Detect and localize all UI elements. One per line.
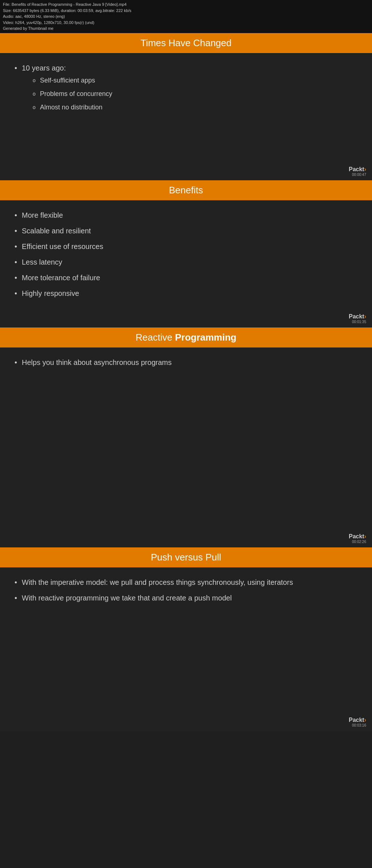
slide-benefits: Benefits More flexible Scalable and resi…: [0, 180, 372, 327]
bullet-text: More flexible: [22, 211, 63, 219]
file-info-line1: File: Benefits of Reactive Programming -…: [3, 1, 369, 8]
bullet-text: Scalable and resilient: [22, 227, 91, 235]
slide1-sub-list: Self-sufficient apps Problems of concurr…: [33, 77, 357, 111]
slide2-bullet-list: More flexible Scalable and resilient Eff…: [15, 211, 357, 298]
list-item: Helps you think about asynchronous progr…: [15, 358, 357, 367]
file-info-line2: Size: 6635437 bytes (6.33 MiB), duration…: [3, 8, 369, 14]
bullet-text: Less latency: [22, 258, 62, 266]
file-info-line3: Audio: aac, 48000 Hz, stereo (eng): [3, 13, 369, 20]
bullet-text: With the imperative model: we pull and p…: [22, 578, 293, 586]
bullet-text: Helps you think about asynchronous progr…: [22, 358, 171, 366]
bullet-text: Efficient use of resources: [22, 242, 103, 250]
timestamp-2: 00:01:35: [349, 320, 366, 324]
list-item: Almost no distribution: [33, 104, 357, 111]
sub-bullet-text: Problems of concurrency: [40, 90, 112, 97]
list-item: Problems of concurrency: [33, 90, 357, 98]
slide1-content: 10 years ago: Self-sufficient apps Probl…: [0, 53, 372, 180]
list-item: 10 years ago: Self-sufficient apps Probl…: [15, 64, 357, 111]
list-item: With the imperative model: we pull and p…: [15, 578, 357, 587]
slide3-content: Helps you think about asynchronous progr…: [0, 347, 372, 547]
timestamp-4: 00:03:16: [349, 723, 366, 727]
packt-label: Packt›: [349, 717, 366, 723]
slide4-content: With the imperative model: we pull and p…: [0, 567, 372, 731]
file-info: File: Benefits of Reactive Programming -…: [0, 0, 372, 33]
slide1-header: Times Have Changed: [0, 33, 372, 53]
slide2-title: Benefits: [169, 185, 203, 196]
packt-logo-1: Packt› 00:00:47: [349, 166, 366, 177]
slide2-header: Benefits: [0, 180, 372, 200]
slide4-header: Push versus Pull: [0, 547, 372, 567]
packt-logo-4: Packt› 00:03:16: [349, 717, 366, 727]
bullet-text: Highly responsive: [22, 289, 79, 297]
slide-push-versus-pull: Push versus Pull With the imperative mod…: [0, 547, 372, 731]
slide2-content: More flexible Scalable and resilient Eff…: [0, 200, 372, 327]
slide4-title: Push versus Pull: [151, 552, 221, 563]
bullet-text: With reactive programming we take that a…: [22, 594, 232, 602]
slide-times-have-changed: Times Have Changed 10 years ago: Self-su…: [0, 33, 372, 180]
list-item: Scalable and resilient: [15, 227, 357, 235]
file-info-line4: Video: h264, yuv420p, 1280x710, 30.00 fp…: [3, 20, 369, 26]
sub-bullet-text: Almost no distribution: [40, 104, 102, 111]
list-item: More flexible: [15, 211, 357, 220]
file-info-line5: Generated by Thumbnail me: [3, 25, 369, 32]
slide1-bullet-list: 10 years ago: Self-sufficient apps Probl…: [15, 64, 357, 111]
slide-reactive-programming: Reactive Programming Helps you think abo…: [0, 327, 372, 547]
packt-label: Packt›: [349, 533, 366, 539]
slide3-header: Reactive Programming: [0, 327, 372, 347]
list-item: Less latency: [15, 258, 357, 266]
list-item: More tolerance of failure: [15, 274, 357, 282]
sub-bullet-text: Self-sufficient apps: [40, 77, 95, 84]
packt-label: Packt›: [349, 166, 366, 172]
slide3-title-part2: Programming: [175, 332, 236, 343]
list-item: Efficient use of resources: [15, 242, 357, 251]
packt-logo-2: Packt› 00:01:35: [349, 313, 366, 324]
packt-label: Packt›: [349, 313, 366, 320]
bullet-text: 10 years ago:: [22, 64, 66, 72]
slide4-bullet-list: With the imperative model: we pull and p…: [15, 578, 357, 602]
packt-logo-3: Packt› 00:02:26: [349, 533, 366, 544]
timestamp-1: 00:00:47: [349, 173, 366, 177]
list-item: Highly responsive: [15, 289, 357, 298]
timestamp-3: 00:02:26: [349, 540, 366, 544]
list-item: Self-sufficient apps: [33, 77, 357, 84]
bullet-text: More tolerance of failure: [22, 274, 100, 282]
list-item: With reactive programming we take that a…: [15, 594, 357, 602]
slide3-title-part1: Reactive: [136, 332, 175, 343]
slide3-bullet-list: Helps you think about asynchronous progr…: [15, 358, 357, 367]
slide1-title: Times Have Changed: [141, 37, 232, 48]
